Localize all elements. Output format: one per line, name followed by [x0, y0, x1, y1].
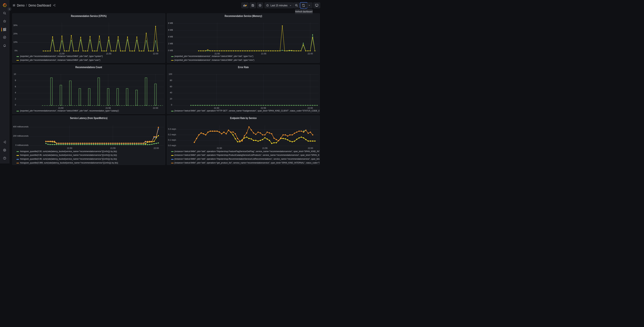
svg-text:0.0 req/s: 0.0 req/s [168, 144, 176, 147]
svg-text:22:00: 22:00 [153, 52, 158, 55]
svg-text:21:50: 21:50 [214, 52, 220, 55]
svg-text:22:00: 22:00 [308, 107, 313, 109]
svg-text:4 MB: 4 MB [168, 36, 173, 38]
svg-text:4: 4 [15, 92, 16, 94]
svg-text:2 MB: 2 MB [168, 42, 173, 45]
svg-text:22:00: 22:00 [308, 147, 313, 150]
svg-text:21:55: 21:55 [106, 52, 111, 55]
svg-text:22:00: 22:00 [154, 147, 159, 150]
svg-text:0: 0 [15, 104, 16, 106]
svg-text:6 MB: 6 MB [168, 29, 173, 31]
svg-text:20: 20 [170, 98, 172, 100]
svg-text:0 MB: 0 MB [168, 49, 173, 52]
svg-text:0.1 req/s: 0.1 req/s [168, 139, 176, 141]
svg-text:8: 8 [15, 79, 16, 82]
svg-text:21:50: 21:50 [217, 147, 222, 150]
svg-text:0: 0 [171, 104, 172, 106]
svg-text:21:50: 21:50 [67, 147, 72, 150]
svg-text:0 milliseconds: 0 milliseconds [15, 144, 28, 146]
svg-text:0.3 req/s: 0.3 req/s [168, 128, 176, 130]
svg-text:22:00: 22:00 [308, 52, 313, 55]
svg-text:20%: 20% [13, 32, 18, 35]
svg-text:400 milliseconds: 400 milliseconds [13, 126, 28, 128]
svg-text:100: 100 [169, 73, 172, 75]
svg-text:2: 2 [15, 98, 16, 100]
svg-text:21:50: 21:50 [59, 52, 64, 55]
svg-text:10%: 10% [13, 41, 18, 43]
svg-text:21:55: 21:55 [261, 107, 266, 109]
svg-text:21:50: 21:50 [58, 107, 64, 109]
svg-text:8 MB: 8 MB [168, 22, 173, 24]
svg-text:22:00: 22:00 [153, 107, 158, 109]
svg-text:60: 60 [170, 86, 172, 88]
svg-text:40: 40 [170, 92, 172, 94]
svg-text:21:55: 21:55 [106, 107, 111, 109]
svg-text:21:55: 21:55 [262, 147, 268, 150]
svg-text:200 milliseconds: 200 milliseconds [13, 135, 28, 137]
svg-text:30%: 30% [13, 24, 18, 26]
svg-text:0.2 req/s: 0.2 req/s [168, 134, 176, 136]
svg-text:21:55: 21:55 [261, 52, 266, 55]
svg-text:10: 10 [14, 73, 16, 75]
svg-text:21:50: 21:50 [214, 107, 219, 109]
svg-text:21:55: 21:55 [110, 147, 116, 150]
svg-text:0%: 0% [14, 50, 18, 52]
svg-text:80: 80 [170, 79, 172, 82]
svg-text:6: 6 [15, 86, 16, 88]
